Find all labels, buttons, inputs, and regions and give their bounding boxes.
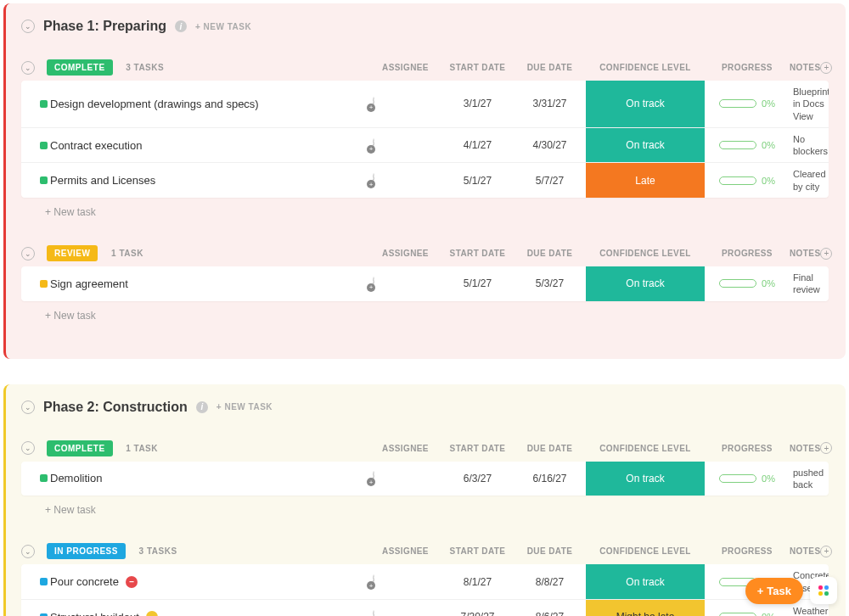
start-date[interactable]: 8/1/27 [441, 571, 514, 593]
confidence-cell[interactable]: Might be late [586, 600, 705, 616]
status-badge[interactable]: COMPLETE [47, 59, 113, 76]
progress-pct: 0% [762, 612, 775, 616]
status-badge[interactable]: REVIEW [47, 245, 98, 261]
assignee-avatar[interactable] [373, 173, 374, 188]
section-count: 3 TASKS [139, 546, 177, 556]
col-assignee: ASSIGNEE [369, 444, 441, 453]
new-task-phase-button[interactable]: + NEW TASK [216, 402, 273, 412]
col-due-date: DUE DATE [514, 444, 586, 453]
col-notes: NOTES [790, 249, 820, 258]
progress-pct: 0% [762, 176, 775, 186]
due-date[interactable]: 5/7/27 [514, 170, 586, 192]
confidence-cell[interactable]: On track [586, 462, 705, 496]
notes-cell[interactable]: pushed back [790, 462, 829, 496]
task-row[interactable]: Contract execution 4/1/27 4/30/27 On tra… [21, 128, 829, 164]
info-icon[interactable]: i [175, 20, 187, 32]
chevron-down-icon[interactable]: ⌄ [21, 545, 35, 558]
new-task-button[interactable]: + New task [21, 198, 829, 218]
fab-apps-button[interactable] [810, 577, 837, 604]
confidence-cell[interactable]: On track [586, 128, 705, 163]
progress-cell[interactable]: 0% [705, 171, 790, 191]
due-date[interactable]: 8/6/27 [514, 606, 586, 616]
confidence-cell[interactable]: On track [586, 81, 705, 127]
col-start-date: START DATE [441, 444, 514, 453]
assignee-avatar[interactable] [373, 610, 374, 616]
assignee-avatar[interactable] [373, 277, 374, 291]
start-date[interactable]: 5/1/27 [441, 170, 514, 192]
phase-title: Phase 2: Construction [43, 400, 188, 415]
section-count: 3 TASKS [126, 63, 164, 72]
progress-bar [719, 176, 756, 185]
task-name[interactable]: Contract execution [47, 134, 369, 157]
notes-cell[interactable]: No blockers [790, 128, 829, 163]
start-date[interactable]: 6/3/27 [441, 468, 514, 490]
progress-pct: 0% [762, 140, 775, 150]
status-badge[interactable]: IN PROGRESS [47, 543, 126, 559]
start-date[interactable]: 3/1/27 [441, 92, 514, 115]
assignee-avatar[interactable] [373, 471, 374, 485]
info-icon[interactable]: i [196, 401, 208, 413]
chevron-down-icon[interactable]: ⌄ [21, 400, 35, 414]
priority-icon: – [126, 576, 138, 588]
chevron-down-icon[interactable]: ⌄ [21, 20, 35, 33]
assignee-avatar[interactable] [373, 97, 374, 111]
task-name[interactable]: Design development (drawings and specs) [47, 92, 369, 115]
section: ⌄ IN PROGRESS 3 TASKS ASSIGNEE START DAT… [21, 538, 829, 616]
start-date[interactable]: 7/30/27 [441, 606, 514, 616]
task-name[interactable]: Sign agreement [47, 272, 369, 295]
chevron-down-icon[interactable]: ⌄ [21, 61, 35, 75]
col-progress: PROGRESS [705, 63, 790, 72]
add-column-button[interactable]: + [820, 546, 832, 557]
due-date[interactable]: 3/31/27 [514, 92, 586, 115]
section-count: 1 TASK [111, 249, 143, 258]
col-confidence: CONFIDENCE LEVEL [586, 546, 705, 556]
task-row[interactable]: Design development (drawings and specs) … [21, 81, 829, 128]
section: ⌄ COMPLETE 1 TASK ASSIGNEE START DATE DU… [21, 435, 829, 517]
status-badge[interactable]: COMPLETE [47, 440, 113, 456]
chevron-down-icon[interactable]: ⌄ [21, 247, 35, 260]
col-notes: NOTES [790, 546, 820, 556]
confidence-cell[interactable]: Late [586, 163, 705, 198]
progress-cell[interactable]: 0% [705, 273, 790, 294]
task-row[interactable]: Permits and Licenses 5/1/27 5/7/27 Late … [21, 163, 829, 198]
task-name[interactable]: Permits and Licenses [47, 169, 369, 192]
col-confidence: CONFIDENCE LEVEL [586, 444, 705, 453]
task-name[interactable]: Demolition [47, 467, 369, 490]
fab-task-button[interactable]: + Task [745, 578, 803, 604]
add-column-button[interactable]: + [820, 442, 832, 454]
notes-cell[interactable]: Cleared by city [790, 163, 829, 198]
phase-title: Phase 1: Preparing [43, 19, 166, 34]
notes-cell[interactable]: Final review [790, 266, 825, 301]
task-row[interactable]: Structural buildout – 7/30/27 8/6/27 Mig… [21, 600, 829, 616]
task-row[interactable]: Demolition 6/3/27 6/16/27 On track 0% pu… [21, 462, 829, 496]
add-column-button[interactable]: + [820, 248, 832, 260]
task-row[interactable]: Sign agreement 5/1/27 5/3/27 On track 0%… [21, 266, 829, 301]
confidence-cell[interactable]: On track [586, 564, 705, 599]
new-task-phase-button[interactable]: + NEW TASK [195, 22, 251, 31]
col-due-date: DUE DATE [514, 63, 586, 72]
start-date[interactable]: 4/1/27 [441, 134, 514, 156]
assignee-avatar[interactable] [373, 138, 374, 153]
start-date[interactable]: 5/1/27 [441, 272, 514, 294]
assignee-avatar[interactable] [373, 574, 374, 589]
notes-cell[interactable]: Blueprint in Docs View [790, 81, 829, 127]
task-name[interactable]: Pour concrete – [47, 570, 369, 593]
task-name[interactable]: Structural buildout – [47, 606, 369, 616]
col-progress: PROGRESS [705, 249, 790, 258]
new-task-button[interactable]: + New task [21, 496, 829, 516]
add-column-button[interactable]: + [820, 62, 832, 74]
due-date[interactable]: 6/16/27 [514, 468, 586, 490]
due-date[interactable]: 5/3/27 [514, 272, 586, 294]
task-row[interactable]: Pour concrete – 8/1/27 8/8/27 On track 0… [21, 564, 829, 600]
new-task-button[interactable]: + New task [21, 301, 829, 322]
progress-cell[interactable]: 0% [705, 607, 790, 616]
progress-cell[interactable]: 0% [705, 93, 790, 114]
confidence-cell[interactable]: On track [586, 266, 705, 301]
progress-cell[interactable]: 0% [705, 135, 790, 155]
due-date[interactable]: 4/30/27 [514, 134, 586, 156]
chevron-down-icon[interactable]: ⌄ [21, 441, 35, 455]
due-date[interactable]: 8/8/27 [514, 571, 586, 593]
progress-bar [719, 613, 756, 616]
progress-bar [719, 474, 756, 483]
progress-cell[interactable]: 0% [705, 468, 790, 489]
